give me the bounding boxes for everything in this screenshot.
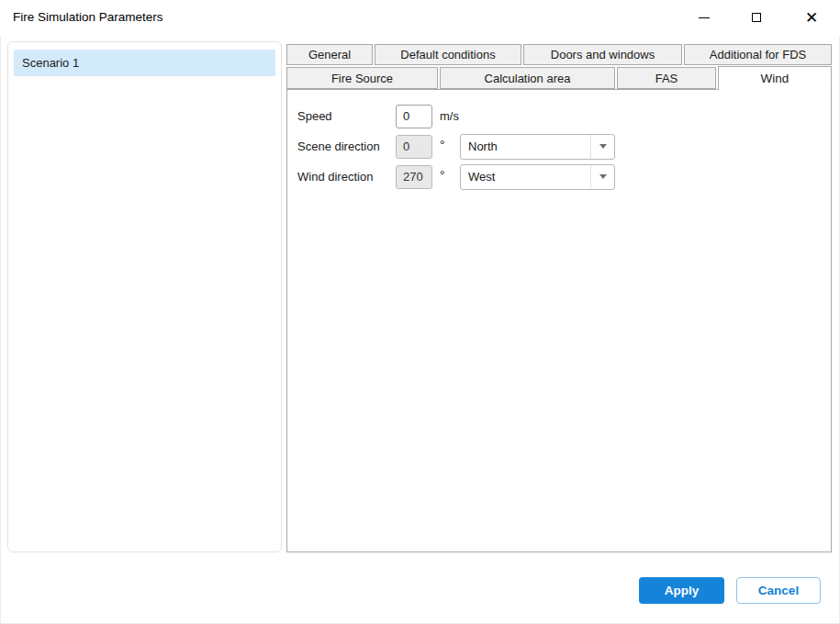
- scenario-list-item-selected[interactable]: Scenario 1: [14, 50, 275, 76]
- tab-doors-and-windows[interactable]: Doors and windows: [523, 44, 682, 65]
- scenario-list-panel: Scenario 1: [7, 41, 282, 552]
- close-icon: ✕: [805, 10, 818, 26]
- close-button[interactable]: ✕: [790, 0, 833, 35]
- wind-form: Speed m/s Scene direction ° North Wind d…: [297, 101, 615, 192]
- maximize-icon: [752, 13, 761, 22]
- tab-general[interactable]: General: [286, 44, 373, 65]
- scene-direction-input: [396, 135, 432, 159]
- wind-direction-input: [396, 165, 432, 189]
- cancel-button[interactable]: Cancel: [736, 577, 821, 604]
- wind-direction-label: Wind direction: [297, 170, 396, 184]
- maximize-button[interactable]: [735, 0, 778, 35]
- scene-direction-select[interactable]: North: [460, 134, 615, 160]
- minimize-icon: [699, 17, 710, 18]
- window-title: Fire Simulation Parameters: [13, 10, 163, 24]
- tab-wind[interactable]: Wind: [718, 66, 832, 90]
- scene-direction-dropdown-button[interactable]: [590, 135, 614, 159]
- speed-row: Speed m/s: [297, 101, 615, 131]
- wind-direction-row: Wind direction ° West: [297, 162, 615, 192]
- tab-row-2: Fire Source Calculation area FAS Wind: [286, 67, 832, 90]
- speed-label: Speed: [297, 109, 396, 123]
- scene-direction-selected-value: North: [461, 139, 590, 153]
- chevron-down-icon: [599, 174, 607, 179]
- chevron-down-icon: [599, 144, 607, 149]
- tab-default-conditions[interactable]: Default conditions: [375, 44, 521, 65]
- scene-direction-row: Scene direction ° North: [297, 131, 615, 162]
- title-bar: Fire Simulation Parameters ✕: [0, 0, 840, 37]
- wind-direction-selected-value: West: [461, 170, 590, 184]
- tab-fire-source[interactable]: Fire Source: [286, 67, 438, 89]
- apply-button[interactable]: Apply: [639, 577, 724, 604]
- scene-direction-unit-label: °: [440, 138, 460, 152]
- speed-unit-label: m/s: [440, 109, 460, 123]
- speed-input[interactable]: [396, 105, 432, 128]
- wind-direction-unit-label: °: [440, 168, 460, 183]
- minimize-button[interactable]: [683, 0, 725, 35]
- scenario-item-label: Scenario 1: [22, 56, 79, 70]
- scene-direction-label: Scene direction: [297, 139, 396, 153]
- wind-tab-panel: Speed m/s Scene direction ° North Wind d…: [286, 89, 832, 552]
- tab-fas[interactable]: FAS: [617, 67, 716, 89]
- wind-direction-select[interactable]: West: [460, 164, 615, 190]
- tab-additional-for-fds[interactable]: Additional for FDS: [684, 44, 832, 65]
- tab-calculation-area[interactable]: Calculation area: [440, 67, 615, 89]
- wind-direction-dropdown-button[interactable]: [590, 165, 614, 189]
- tab-row-1: General Default conditions Doors and win…: [286, 44, 832, 65]
